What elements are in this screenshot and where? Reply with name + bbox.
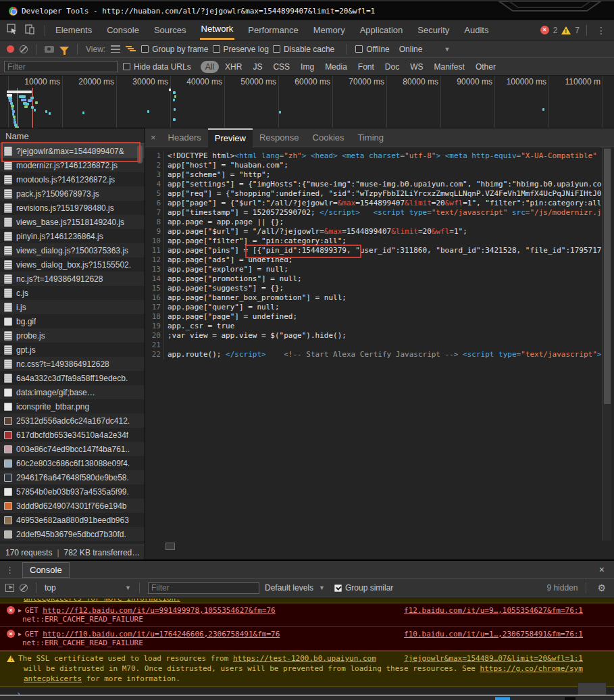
filter-pill-ws[interactable]: WS [405,61,428,73]
warning-link[interactable]: antecpkicerts [24,674,82,683]
tab-headers[interactable]: Headers [161,128,208,147]
checkbox-icon[interactable] [213,45,220,53]
table-row[interactable]: pack.js?1509678973.js [0,186,145,201]
table-row[interactable]: nc.css?t=1493864912628 [0,357,145,371]
warning-source-link[interactable]: ?jejgowlr&max=154489…07&limit=20&wfl=1:1 [404,654,583,663]
filter-pill-manifest[interactable]: Manifest [430,61,469,73]
tab-console[interactable]: Console [105,20,140,40]
checkbox-checked-icon[interactable] [334,584,342,592]
tab-cookies[interactable]: Cookies [306,128,351,147]
show-overview-icon[interactable] [126,45,136,53]
tab-sources[interactable]: Sources [153,20,188,40]
table-row[interactable]: 2946176a647648f580de9be58. [0,470,145,484]
capture-screenshots-icon[interactable] [45,46,54,53]
table-row[interactable]: revisions.js?1519798480.js [0,201,145,215]
filter-pill-css[interactable]: CSS [268,61,295,73]
group-similar-checkbox[interactable]: Group similar [334,583,393,593]
filter-pill-other[interactable]: Other [471,61,501,73]
tab-performance[interactable]: Performance [247,20,299,40]
console-sidebar-icon[interactable] [5,584,14,592]
tab-security[interactable]: Security [416,20,451,40]
table-row[interactable]: bg.gif [0,314,145,328]
tab-audits[interactable]: Audits [463,20,490,40]
preview-vertical-scrollbar[interactable] [602,147,611,541]
table-row[interactable]: views_dialog_box.js?15155502. [0,257,145,272]
filter-pill-font[interactable]: Font [353,61,379,73]
close-drawer-icon[interactable]: × [599,564,614,575]
offline-checkbox[interactable]: Offline [355,45,389,54]
table-row[interactable]: 46953e682aa880d91beedb963 [0,513,145,527]
device-toolbar-icon[interactable] [24,24,35,36]
disable-cache-checkbox[interactable]: Disable cache [273,45,334,54]
warning-link[interactable]: https://g.co/chrome/sym [480,664,583,673]
chevron-down-icon[interactable]: ▼ [319,584,325,591]
table-row[interactable]: iconsprite_btbar.png [0,399,145,414]
tab-preview[interactable]: Preview [208,128,253,147]
preview-horizontal-scrollbar-thumb[interactable] [165,543,175,550]
tab-memory[interactable]: Memory [312,20,347,40]
checkbox-icon[interactable] [273,45,280,53]
filter-input[interactable] [4,61,118,72]
console-filter-input[interactable] [148,582,259,594]
error-url-link[interactable]: http://f10.baidu.com/it/u=1764246606,230… [43,630,280,639]
table-row[interactable]: mootools.js?1461236872.js [0,172,145,186]
warning-badge-icon[interactable] [561,26,571,34]
table-row[interactable]: 2ddef945b3679e5dbcd7b30fd. [0,527,145,541]
hide-data-urls-checkbox[interactable]: Hide data URLs [123,62,191,72]
expand-caret-icon[interactable]: ▶ [18,607,22,614]
table-row[interactable]: 60c2e803c686c6f138088e09f4. [0,456,145,470]
filter-pill-img[interactable]: Img [296,61,319,73]
table-row[interactable]: gpt.js [0,343,145,357]
table-row[interactable]: 6a4a332c3d7fa9a58ff19edecb. [0,371,145,385]
use-large-rows-icon[interactable] [111,45,120,53]
table-row[interactable]: 57854b0eb03b937a4535a5f99. [0,484,145,499]
filter-pill-media[interactable]: Media [320,61,352,73]
table-row[interactable]: pinyin.js?1461236864.js [0,229,145,243]
clear-console-icon[interactable] [20,584,28,592]
table-row[interactable]: views_dialog.js?1500375363.js [0,243,145,257]
preserve-log-checkbox[interactable]: Preserve log [213,45,269,54]
filter-icon[interactable] [59,47,69,52]
error-badge-icon[interactable]: × [540,26,549,34]
table-row[interactable]: data:image/gif;base… [0,385,145,399]
console-settings-gear-icon[interactable]: ⚙ [594,582,609,593]
execution-context-dropdown[interactable]: top ▼ [45,583,131,593]
warning-link[interactable]: https://test-1200.b0.upaiyun.com [233,654,376,663]
record-button[interactable] [7,45,14,53]
table-row[interactable]: c.js [0,286,145,300]
filter-pill-doc[interactable]: Doc [380,61,404,73]
error-source-link[interactable]: f12.baidu.com/it/u=9…,1055354627&fm=76:1 [404,606,583,615]
group-by-frame-checkbox[interactable]: Group by frame [141,45,208,54]
close-detail-icon[interactable]: × [145,132,161,143]
table-row[interactable]: 617dbcfdb653e34510a4a2e34f [0,428,145,442]
table-row[interactable]: nc.js?t=1493864912628 [0,272,145,286]
checkbox-icon[interactable] [355,45,363,53]
table-row[interactable]: views_base.js?1518149240.js [0,215,145,229]
table-row[interactable]: 25312d556adc6c24a167dc412. [0,414,145,428]
checkbox-icon[interactable] [123,63,130,70]
drawer-menu-icon[interactable]: ⋮ [0,565,22,575]
table-row[interactable]: 3ddd9d6249074301f766e194b [0,499,145,513]
filter-pill-all[interactable]: All [201,61,219,73]
throttling-dropdown[interactable]: Online [399,45,423,54]
log-levels-dropdown[interactable]: Default levels [265,583,313,593]
chevron-down-icon[interactable]: ▼ [444,46,450,53]
filter-pill-js[interactable]: JS [248,61,267,73]
filter-pill-xhr[interactable]: XHR [220,61,247,73]
table-row[interactable]: i.js [0,300,145,314]
error-url-link[interactable]: http://f12.baidu.com/it/u=991499978,1055… [43,606,275,615]
table-row[interactable]: probe.js [0,328,145,343]
tab-response[interactable]: Response [253,128,306,147]
tab-application[interactable]: Application [359,20,405,40]
checkbox-icon[interactable] [141,45,149,53]
table-row[interactable]: 003e86c74ed9bcc147f4ba761.. [0,442,145,456]
clear-icon[interactable] [20,45,28,53]
scrollbar-thumb[interactable] [604,149,611,404]
preview-code-area[interactable]: 1<!DOCTYPE html><html lang="zh"> <head> … [145,147,602,541]
resize-corner[interactable] [578,682,607,695]
expand-caret-icon[interactable]: ▶ [18,631,22,637]
timeline-overview[interactable]: 10000 ms20000 ms30000 ms40000 ms50000 ms… [0,76,614,128]
inspect-element-icon[interactable] [7,24,18,36]
more-options-icon[interactable]: ⋮ [594,25,609,36]
tab-network[interactable]: Network [200,20,235,40]
